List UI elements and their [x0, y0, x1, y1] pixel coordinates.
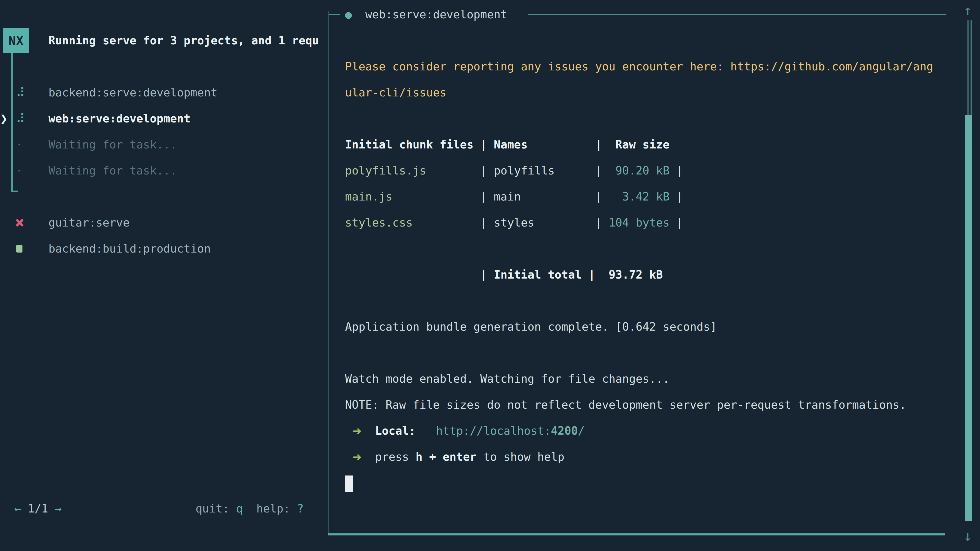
terminal-line: [345, 288, 942, 314]
task-label: guitar:serve: [48, 210, 130, 236]
terminal-line: styles.css | styles | 104 bytes |: [345, 210, 942, 236]
task-spinner-icon: ⠼: [16, 106, 25, 132]
task-rows: ⠼backend:serve:development❯⠼web:serve:de…: [0, 79, 328, 262]
task-label: Waiting for task...: [48, 132, 177, 158]
scrollbar-thumb[interactable]: [965, 115, 972, 521]
terminal-line: main.js | main | 3.42 kB |: [345, 184, 942, 210]
terminal-text: [416, 424, 436, 437]
terminal-text: ➜: [345, 450, 362, 463]
task-failed-icon: [15, 218, 24, 227]
sidebar-title: Running serve for 3 projects, and 1 requ: [48, 27, 319, 54]
task-label: web:serve:development: [48, 106, 190, 132]
terminal-line: Initial chunk files | Names | Raw size: [345, 132, 942, 158]
scroll-down-arrow-icon[interactable]: ↓: [959, 527, 976, 545]
terminal-line: ular-cli/issues: [345, 79, 942, 106]
panel-bottom-border: [328, 534, 945, 535]
nx-logo: NX: [3, 28, 29, 53]
terminal-text: to show help: [476, 450, 564, 463]
warning-text: Please consider reporting any issues you…: [345, 60, 933, 73]
task-success-icon: [16, 245, 22, 252]
terminal-line: [345, 27, 942, 54]
terminal-text: Application bundle generation complete. …: [345, 320, 717, 333]
terminal-text: | styles |: [413, 216, 602, 229]
terminal-line: polyfills.js | polyfills | 90.20 kB |: [345, 158, 942, 184]
task-row[interactable]: ⠼backend:serve:development: [0, 79, 328, 106]
terminal-text: polyfills.js: [345, 164, 426, 177]
page-indicator: [21, 502, 28, 515]
terminal-text: NOTE: Raw file sizes do not reflect deve…: [345, 398, 906, 411]
terminal-output: Please consider reporting any issues you…: [345, 27, 942, 496]
panel-title-border-stub: [329, 14, 340, 15]
terminal-text: h + enter: [416, 450, 476, 463]
task-label: backend:serve:development: [48, 79, 218, 106]
panel-title-rule: [528, 14, 946, 15]
terminal-text: [362, 424, 375, 437]
task-spinner-icon: ⠼: [16, 79, 25, 106]
terminal-text: main.js: [345, 190, 392, 203]
task-row[interactable]: guitar:serve: [0, 210, 328, 236]
terminal-cursor: [345, 475, 353, 492]
page-prev-arrow-icon[interactable]: ←: [14, 502, 21, 515]
terminal-text: | main |: [392, 190, 602, 203]
local-url[interactable]: 4200: [551, 424, 578, 437]
task-waiting-icon: ·: [16, 158, 23, 184]
terminal-text: Initial chunk files | Names | Raw size: [345, 138, 670, 151]
terminal-text: |: [670, 164, 683, 177]
quit-key: q: [236, 502, 243, 515]
panel-title-row: ● web:serve:development: [345, 2, 508, 27]
panel-title: web:serve:development: [365, 8, 507, 21]
terminal-text: Watch mode enabled. Watching for file ch…: [345, 372, 670, 385]
terminal-line: Watch mode enabled. Watching for file ch…: [345, 366, 942, 392]
terminal-line: [345, 340, 942, 366]
help-hint-label: help:: [243, 502, 297, 515]
task-row[interactable]: ❯⠼web:serve:development: [0, 106, 328, 132]
terminal-line: [345, 106, 942, 132]
local-url[interactable]: http://localhost:: [436, 424, 551, 437]
task-waiting-icon: ·: [16, 132, 23, 158]
terminal-line: Please consider reporting any issues you…: [345, 54, 942, 79]
selected-task-chevron-icon: ❯: [0, 106, 8, 132]
local-url[interactable]: 3.42 kB: [602, 190, 670, 203]
help-key: ?: [297, 502, 304, 515]
local-url[interactable]: 90.20 kB: [602, 164, 670, 177]
terminal-text: |: [670, 190, 683, 203]
local-url[interactable]: /: [578, 424, 585, 437]
terminal-text: Local:: [375, 424, 416, 437]
terminal-text: press: [362, 450, 416, 463]
sidebar-task-list-panel: NX Running serve for 3 projects, and 1 r…: [0, 0, 328, 551]
terminal-text: | Initial total | 93.72 kB: [345, 268, 663, 281]
warning-text: ular-cli/issues: [345, 86, 446, 99]
task-label: Waiting for task...: [48, 158, 177, 184]
panel-left-border: [328, 11, 329, 534]
terminal-line: ➜ Local: http://localhost:4200/: [345, 418, 942, 444]
page-next-arrow-icon[interactable]: →: [55, 502, 62, 515]
page-indicator-value: 1/1: [28, 502, 48, 515]
task-row[interactable]: ·Waiting for task...: [0, 158, 328, 184]
terminal-text: | polyfills |: [426, 164, 602, 177]
shortcut-hints: quit: q help: ?: [176, 495, 304, 522]
task-label: backend:build:production: [48, 236, 211, 262]
terminal-line: [345, 236, 942, 262]
task-row[interactable]: ·Waiting for task...: [0, 132, 328, 158]
running-bullet-icon: ●: [345, 8, 352, 21]
terminal-text: |: [670, 216, 683, 229]
terminal-line: NOTE: Raw file sizes do not reflect deve…: [345, 392, 942, 418]
pagination: ← 1/1 →: [14, 495, 62, 522]
task-row-spacer: [0, 184, 328, 210]
terminal-line: ➜ press h + enter to show help: [345, 444, 942, 470]
local-url[interactable]: 104 bytes: [602, 216, 670, 229]
quit-hint-label: quit:: [196, 502, 236, 515]
terminal-text: styles.css: [345, 216, 413, 229]
terminal-line: [345, 470, 942, 496]
terminal-text: ➜: [345, 424, 362, 437]
terminal-line: Application bundle generation complete. …: [345, 314, 942, 340]
terminal-line: | Initial total | 93.72 kB: [345, 262, 942, 288]
task-row[interactable]: backend:build:production: [0, 236, 328, 262]
scroll-up-arrow-icon[interactable]: ↑: [959, 2, 976, 19]
